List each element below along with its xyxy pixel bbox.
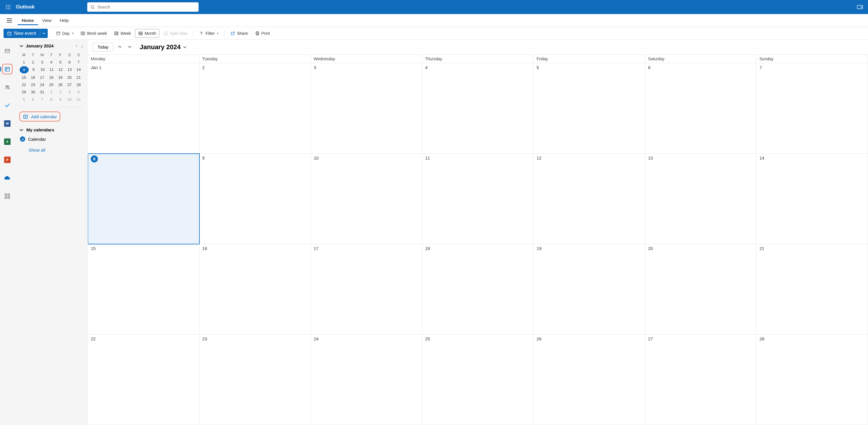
- calendar-day-cell[interactable]: 13: [645, 154, 757, 244]
- mini-cal-day[interactable]: 8: [46, 96, 56, 103]
- calendar-day-cell[interactable]: 2: [199, 63, 311, 154]
- mini-cal-day[interactable]: 26: [56, 81, 65, 88]
- mini-cal-day[interactable]: 4: [46, 59, 56, 66]
- mini-cal-day[interactable]: 2: [56, 88, 65, 96]
- today-button[interactable]: Today: [93, 43, 113, 52]
- rail-excel[interactable]: X: [2, 136, 12, 147]
- mini-cal-day[interactable]: 18: [46, 74, 56, 81]
- view-day-button[interactable]: Day▾: [53, 29, 76, 37]
- mini-cal-day[interactable]: 10: [38, 66, 47, 74]
- mini-cal-day[interactable]: 23: [28, 81, 37, 88]
- mini-cal-day[interactable]: 6: [28, 96, 37, 103]
- mini-cal-day[interactable]: 19: [56, 74, 65, 81]
- mini-cal-day[interactable]: 22: [19, 81, 28, 88]
- calendar-day-cell[interactable]: 23: [199, 334, 311, 425]
- rail-mail[interactable]: [2, 46, 12, 56]
- meet-now-icon[interactable]: [857, 5, 863, 9]
- mini-cal-day[interactable]: 11: [47, 66, 56, 74]
- mini-cal-day[interactable]: 24: [37, 81, 46, 88]
- mini-prev-month[interactable]: ↑: [75, 44, 78, 48]
- mini-cal-day[interactable]: 29: [19, 88, 28, 96]
- mini-cal-day[interactable]: 9: [56, 96, 65, 103]
- mini-cal-day[interactable]: 6: [65, 59, 74, 66]
- mini-cal-day[interactable]: 25: [46, 81, 56, 88]
- view-month-button[interactable]: Month: [135, 29, 159, 38]
- mini-cal-day[interactable]: 12: [56, 66, 65, 74]
- mini-cal-day[interactable]: 16: [28, 74, 37, 81]
- mini-cal-day[interactable]: 10: [65, 96, 74, 103]
- rail-onedrive[interactable]: [2, 173, 12, 183]
- my-calendars-toggle[interactable]: My calendars: [19, 127, 83, 132]
- chevron-down-icon[interactable]: [19, 44, 24, 48]
- add-calendar-button[interactable]: Add calendar: [19, 111, 60, 122]
- calendar-day-cell[interactable]: 27: [645, 334, 757, 425]
- rail-powerpoint[interactable]: P: [2, 155, 12, 165]
- mini-cal-day[interactable]: 7: [74, 59, 83, 66]
- mini-cal-day[interactable]: 14: [74, 66, 83, 74]
- calendar-day-cell[interactable]: 8: [88, 154, 199, 244]
- mini-cal-day[interactable]: 13: [65, 66, 74, 74]
- new-event-button[interactable]: New event: [3, 29, 48, 38]
- mini-cal-day[interactable]: 4: [74, 88, 83, 96]
- share-button[interactable]: Share: [227, 29, 251, 37]
- calendar-day-cell[interactable]: 24: [311, 334, 422, 425]
- mini-cal-day[interactable]: 5: [19, 96, 28, 103]
- mini-cal-day[interactable]: 30: [28, 88, 37, 96]
- rail-calendar[interactable]: [2, 64, 12, 74]
- mini-cal-day[interactable]: 17: [37, 74, 46, 81]
- tab-help[interactable]: Help: [56, 15, 73, 25]
- calendar-day-cell[interactable]: 12: [533, 154, 645, 244]
- mini-cal-day[interactable]: 11: [74, 96, 83, 103]
- mini-cal-day[interactable]: 1: [46, 88, 56, 96]
- mini-cal-day[interactable]: 3: [37, 59, 46, 66]
- mini-cal-day[interactable]: 9: [29, 66, 38, 74]
- mini-cal-day[interactable]: 7: [37, 96, 46, 103]
- calendar-day-cell[interactable]: 20: [645, 244, 757, 334]
- calendar-day-cell[interactable]: 11: [422, 154, 534, 244]
- mini-cal-day[interactable]: 5: [56, 59, 65, 66]
- prev-period-button[interactable]: [116, 44, 123, 51]
- mini-cal-day[interactable]: 3: [65, 88, 74, 96]
- calendar-day-cell[interactable]: 10: [311, 154, 422, 244]
- app-launcher-button[interactable]: [2, 4, 14, 10]
- mini-cal-day[interactable]: 27: [65, 81, 74, 88]
- view-workweek-button[interactable]: Work week: [78, 29, 110, 37]
- print-button[interactable]: Print: [252, 29, 273, 37]
- calendar-list-item[interactable]: Calendar: [19, 136, 83, 142]
- view-week-button[interactable]: Week: [111, 29, 134, 37]
- calendar-day-cell[interactable]: 9: [199, 154, 311, 244]
- calendar-day-cell[interactable]: 17: [311, 244, 422, 334]
- calendar-day-cell[interactable]: 7: [756, 63, 868, 154]
- calendar-title[interactable]: January 2024: [140, 43, 186, 51]
- calendar-day-cell[interactable]: 16: [199, 244, 311, 334]
- mini-cal-day[interactable]: 28: [74, 81, 83, 88]
- calendar-day-cell[interactable]: 18: [422, 244, 534, 334]
- calendar-day-cell[interactable]: 5: [533, 63, 645, 154]
- calendar-day-cell[interactable]: 22: [88, 334, 199, 425]
- tab-home[interactable]: Home: [18, 15, 38, 25]
- mini-cal-day[interactable]: 1: [19, 59, 28, 66]
- calendar-day-cell[interactable]: 28: [756, 334, 868, 425]
- tab-view[interactable]: View: [38, 15, 56, 25]
- calendar-day-cell[interactable]: 21: [756, 244, 868, 334]
- next-period-button[interactable]: [126, 44, 133, 51]
- calendar-day-cell[interactable]: 3: [311, 63, 422, 154]
- mini-cal-day[interactable]: 15: [19, 74, 28, 81]
- mini-cal-day[interactable]: 20: [65, 74, 74, 81]
- mini-cal-day[interactable]: 21: [74, 74, 83, 81]
- rail-todo[interactable]: [2, 100, 12, 111]
- rail-word[interactable]: W: [2, 118, 12, 129]
- filter-button[interactable]: Filter▾: [196, 29, 221, 37]
- calendar-day-cell[interactable]: 6: [645, 63, 757, 154]
- search-input[interactable]: [97, 5, 196, 9]
- calendar-day-cell[interactable]: Jan 1: [88, 63, 199, 154]
- show-all-link[interactable]: Show all: [19, 148, 83, 153]
- nav-toggle-button[interactable]: [3, 20, 15, 21]
- calendar-day-cell[interactable]: 25: [422, 334, 534, 425]
- calendar-day-cell[interactable]: 15: [88, 244, 199, 334]
- rail-people[interactable]: [2, 82, 12, 93]
- calendar-day-cell[interactable]: 19: [533, 244, 645, 334]
- mini-cal-day[interactable]: 2: [28, 59, 37, 66]
- calendar-day-cell[interactable]: 14: [756, 154, 868, 244]
- mini-next-month[interactable]: ↓: [81, 44, 83, 48]
